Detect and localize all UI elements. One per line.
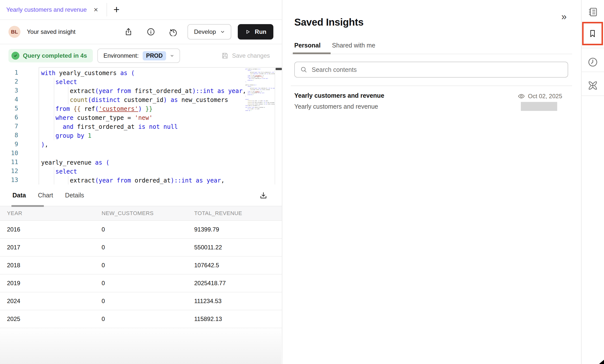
- tab-shared-with-me[interactable]: Shared with me: [332, 42, 375, 49]
- right-icon-rail: [581, 0, 604, 364]
- table-cell: 111234.53: [194, 292, 222, 310]
- tab-personal[interactable]: Personal: [294, 42, 321, 49]
- dbt-panel-button[interactable]: [582, 76, 604, 95]
- results-table-body: 2016091399.7920170550011.2220180107642.5…: [0, 221, 282, 328]
- saved-insights-panel-button[interactable]: [582, 22, 603, 45]
- table-cell: 550011.22: [194, 239, 222, 256]
- history-panel-button[interactable]: [582, 53, 604, 72]
- active-tab-indicator: [11, 205, 44, 207]
- avatar: BL: [8, 26, 20, 38]
- table-cell: 2018: [7, 257, 20, 274]
- environment-selector[interactable]: Environment: PROD: [97, 48, 180, 63]
- tab-chart[interactable]: Chart: [38, 192, 53, 199]
- insights-tabs: Personal Shared with me: [294, 42, 375, 49]
- item-title: Yearly customers and revenue: [294, 92, 384, 99]
- environment-label: Environment:: [103, 52, 138, 59]
- editor-scrollbar[interactable]: [275, 67, 282, 184]
- table-row: 20180107642.5: [0, 257, 282, 274]
- editor-tab-bar: Yearly customers and revenue × +: [0, 0, 282, 20]
- notebook-panel-button[interactable]: [582, 4, 604, 19]
- table-cell: 115892.13: [194, 310, 222, 328]
- tabs-divider: [291, 54, 572, 54]
- check-icon: [11, 52, 19, 60]
- item-placeholder-block: [521, 102, 557, 111]
- develop-label: Develop: [194, 28, 216, 35]
- table-cell: 2016: [7, 221, 20, 238]
- notebook-icon: [588, 7, 598, 17]
- line-number: 11: [0, 158, 39, 167]
- results-table-header: YEAR NEW_CUSTOMERS TOTAL_REVENUE: [0, 206, 282, 221]
- insight-title: Your saved insight: [27, 28, 75, 35]
- item-subtitle: Yearly customers and revenue: [294, 103, 378, 110]
- save-changes-label: Save changes: [232, 52, 270, 59]
- line-number: 10: [0, 149, 39, 158]
- sql-editor[interactable]: 12345678910111213 with yearly_customers …: [0, 67, 282, 184]
- column-header-new-customers: NEW_CUSTOMERS: [102, 206, 154, 220]
- search-input[interactable]: [311, 66, 562, 74]
- table-cell: 2024: [7, 292, 20, 310]
- table-cell: 0: [102, 221, 105, 238]
- table-cell: 0: [102, 274, 105, 292]
- line-number: 9: [0, 140, 39, 149]
- line-number: 7: [0, 122, 39, 131]
- tab-yearly-customers-and-revenue[interactable]: Yearly customers and revenue ×: [0, 0, 107, 19]
- info-button[interactable]: [147, 28, 155, 36]
- share-button[interactable]: [124, 28, 133, 36]
- chevron-down-icon: [170, 54, 174, 58]
- tab-title: Yearly customers and revenue: [6, 6, 87, 13]
- run-button[interactable]: Run: [238, 24, 273, 40]
- line-number: 12: [0, 167, 39, 176]
- table-cell: 0: [102, 257, 105, 274]
- info-icon: [147, 28, 155, 36]
- line-number: 4: [0, 95, 39, 104]
- develop-dropdown[interactable]: Develop: [187, 24, 231, 40]
- header-actions: [124, 28, 178, 36]
- share-icon: [124, 28, 133, 36]
- table-cell: 2025418.77: [194, 274, 226, 292]
- rail-separator: [582, 95, 604, 96]
- column-header-year: YEAR: [7, 206, 22, 220]
- active-tab-underline: [293, 52, 331, 54]
- status-bar: Query completed in 4s Environment: PROD …: [0, 44, 282, 67]
- table-cell: 91399.79: [194, 221, 219, 238]
- close-tab-icon[interactable]: ×: [94, 6, 98, 13]
- collapse-panel-button[interactable]: »: [561, 12, 567, 21]
- download-icon: [259, 191, 268, 200]
- tab-details[interactable]: Details: [65, 192, 84, 199]
- table-cell: 0: [102, 310, 105, 328]
- table-row: 20250115892.13: [0, 310, 282, 328]
- insight-header: BL Your saved insight: [0, 20, 282, 44]
- chevron-down-icon: [220, 30, 225, 34]
- query-status-text: Query completed in 4s: [23, 52, 87, 59]
- table-row: 20170550011.22: [0, 239, 282, 257]
- search-icon: [300, 66, 307, 73]
- app-root: Yearly customers and revenue × + BL Your…: [0, 0, 604, 364]
- line-number: 6: [0, 113, 39, 122]
- editor-minimap[interactable]: with yearly_customers as ( select extrac…: [245, 68, 275, 184]
- run-label: Run: [255, 28, 266, 35]
- list-divider: [291, 86, 572, 86]
- double-chevron-right-icon: »: [561, 11, 567, 22]
- saved-insights-panel: Saved Insights » Personal Shared with me…: [283, 0, 581, 364]
- table-cell: 2017: [7, 239, 20, 256]
- table-cell: 2019: [7, 274, 20, 292]
- line-number: 1: [0, 68, 39, 77]
- tab-data[interactable]: Data: [12, 192, 26, 199]
- eye-icon: [518, 92, 525, 100]
- line-number-gutter: 12345678910111213: [0, 67, 39, 184]
- save-changes-button[interactable]: Save changes: [221, 52, 270, 59]
- pane-bottom-fade: [0, 327, 281, 364]
- line-number: 3: [0, 86, 39, 95]
- table-cell: 107642.5: [194, 257, 219, 274]
- new-tab-button[interactable]: +: [114, 4, 120, 15]
- search-contents-box[interactable]: [294, 62, 568, 78]
- table-row: 20240111234.53: [0, 292, 282, 310]
- environment-value-badge: PROD: [143, 51, 166, 60]
- panel-title: Saved Insights: [294, 17, 363, 28]
- results-tab-bar: Data Chart Details: [0, 184, 282, 206]
- history-button[interactable]: [169, 28, 178, 36]
- download-results-button[interactable]: [259, 191, 268, 200]
- bookmark-icon: [588, 29, 597, 38]
- play-icon: [245, 29, 251, 35]
- scrollbar-thumb[interactable]: [276, 68, 282, 70]
